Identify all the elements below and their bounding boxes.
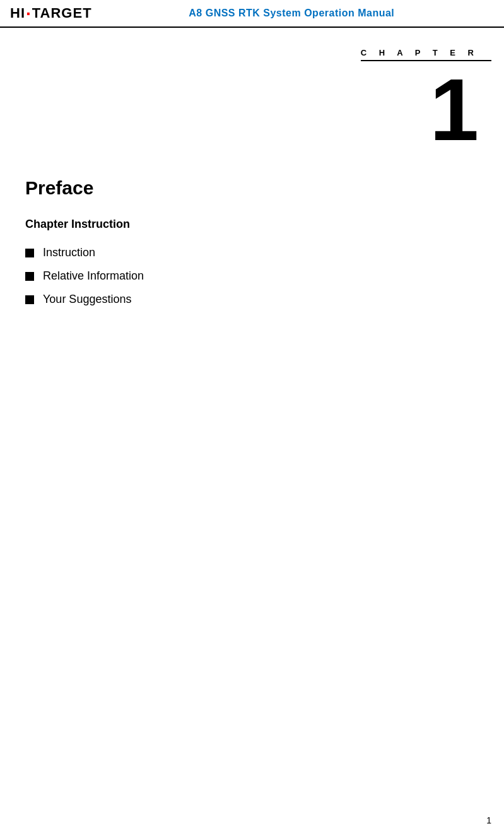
- logo-target: TARGET: [32, 5, 92, 21]
- list-item: Instruction: [25, 246, 479, 259]
- bullet-text-2: Relative Information: [43, 269, 144, 283]
- bullet-list: Instruction Relative Information Your Su…: [25, 246, 479, 306]
- chapter-instruction-heading: Chapter Instruction: [25, 218, 479, 231]
- list-item: Relative Information: [25, 269, 479, 283]
- bullet-icon-3: [25, 295, 34, 304]
- bullet-text-1: Instruction: [43, 246, 95, 259]
- page-header: HI·TARGET A8 GNSS RTK System Operation M…: [0, 0, 504, 28]
- logo-dot: ·: [26, 4, 32, 23]
- logo: HI·TARGET: [10, 5, 92, 21]
- bullet-icon-2: [25, 272, 34, 281]
- page-number: 1: [486, 815, 491, 825]
- chapter-number: 1: [13, 61, 491, 158]
- logo-hi: HI: [10, 5, 25, 21]
- chapter-section: C H A P T E R 1: [0, 34, 504, 158]
- chapter-label: C H A P T E R: [361, 48, 491, 61]
- preface-title: Preface: [25, 177, 479, 199]
- logo-text: HI·TARGET: [10, 5, 92, 21]
- header-title: A8 GNSS RTK System Operation Manual: [92, 8, 491, 19]
- bullet-text-3: Your Suggestions: [43, 293, 131, 306]
- main-content: Preface Chapter Instruction Instruction …: [0, 158, 504, 341]
- bullet-icon-1: [25, 249, 34, 257]
- list-item: Your Suggestions: [25, 293, 479, 306]
